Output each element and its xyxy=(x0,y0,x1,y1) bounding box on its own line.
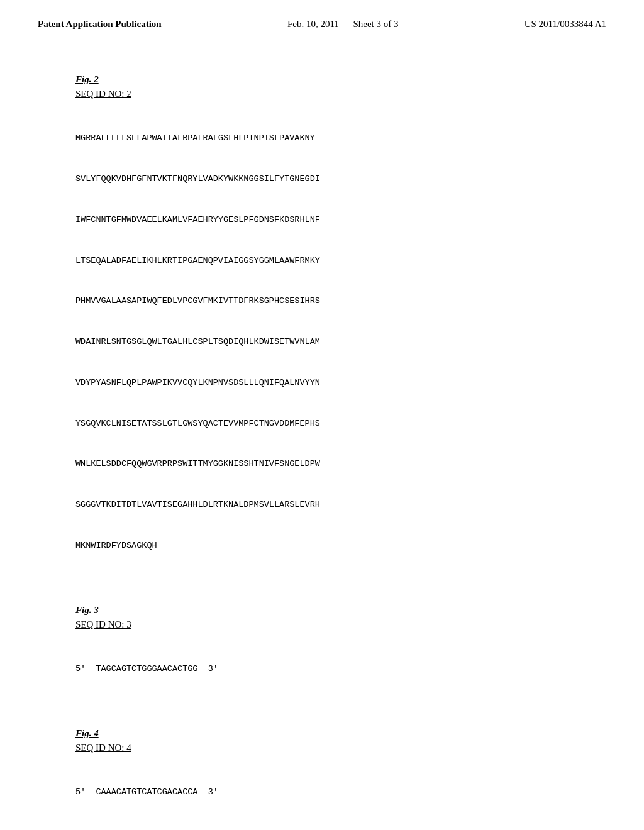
header-left: Patent Application Publication xyxy=(38,19,162,30)
main-content: Fig. 2 SEQ ID NO: 2 MGRRALLLLLSFLAPWATIA… xyxy=(0,36,644,830)
figure-3-label: Fig. 3 xyxy=(75,605,569,616)
figure-3-seq-id: SEQ ID NO: 3 xyxy=(75,619,569,630)
header-right: US 2011/0033844 A1 xyxy=(525,19,606,30)
seq4-line-1: 5' CAAACATGTCATCGACACCA 3' xyxy=(75,785,569,799)
seq2-line-4: LTSEQALADFAELIKHLKRTIPGAENQPVIAIGGSYGGML… xyxy=(75,254,569,268)
figure-2-label: Fig. 2 xyxy=(75,74,569,85)
header-sheet: Sheet 3 of 3 xyxy=(353,19,398,29)
figure-3-block: Fig. 3 SEQ ID NO: 3 5' TAGCAGTCTGGGAACAC… xyxy=(75,605,569,703)
seq2-line-10: SGGGVTKDITDTLVAVTISEGAHHLDLRTKNALDPMSVLL… xyxy=(75,498,569,512)
seq2-line-8: YSGQVKCLNISETATSSLGTLGWSYQACTEVVMPFCTNGV… xyxy=(75,417,569,431)
header-center: Feb. 10, 2011 Sheet 3 of 3 xyxy=(287,19,399,30)
figure-4-sequence: 5' CAAACATGTCATCGACACCA 3' xyxy=(75,758,569,826)
figure-4-label: Fig. 4 xyxy=(75,728,569,739)
page-header: Patent Application Publication Feb. 10, … xyxy=(0,0,644,36)
figure-4-seq-id: SEQ ID NO: 4 xyxy=(75,743,569,753)
seq2-line-1: MGRRALLLLLSFLAPWATIALRPALRALGSLHLPTNPTSL… xyxy=(75,131,569,145)
page: Patent Application Publication Feb. 10, … xyxy=(0,0,644,830)
seq3-line-1: 5' TAGCAGTCTGGGAACACTGG 3' xyxy=(75,662,569,676)
header-date: Feb. 10, 2011 xyxy=(287,19,339,29)
figure-2-block: Fig. 2 SEQ ID NO: 2 MGRRALLLLLSFLAPWATIA… xyxy=(75,74,569,580)
seq2-line-9: WNLKELSDDCFQQWGVRPRPSWITTMYGGKNISSHTNIVF… xyxy=(75,457,569,471)
figure-2-seq-id: SEQ ID NO: 2 xyxy=(75,89,569,99)
seq2-line-11: MKNWIRDFYDSAGKQH xyxy=(75,539,569,553)
seq2-line-5: PHMVVGALAASAPIWQFEDLVPCGVFMKIVTTDFRKSGPH… xyxy=(75,294,569,308)
seq2-line-3: IWFCNNTGFMWDVAEELKAMLVFAEHRYYGESLPFGDNSF… xyxy=(75,213,569,227)
seq2-line-6: WDAINRLSNTGSGLQWLTGALHLCSPLTSQDIQHLKDWIS… xyxy=(75,335,569,349)
figure-2-sequence: MGRRALLLLLSFLAPWATIALRPALRALGSLHLPTNPTSL… xyxy=(75,104,569,580)
seq2-line-7: VDYPYASNFLQPLPAWPIKVVCQYLKNPNVSDSLLLQNIF… xyxy=(75,376,569,390)
figure-4-block: Fig. 4 SEQ ID NO: 4 5' CAAACATGTCATCGACA… xyxy=(75,728,569,826)
figure-3-sequence: 5' TAGCAGTCTGGGAACACTGG 3' xyxy=(75,635,569,703)
seq2-line-2: SVLYFQQKVDHFGFNTVKTFNQRYLVADKYWKKNGGSILF… xyxy=(75,172,569,186)
